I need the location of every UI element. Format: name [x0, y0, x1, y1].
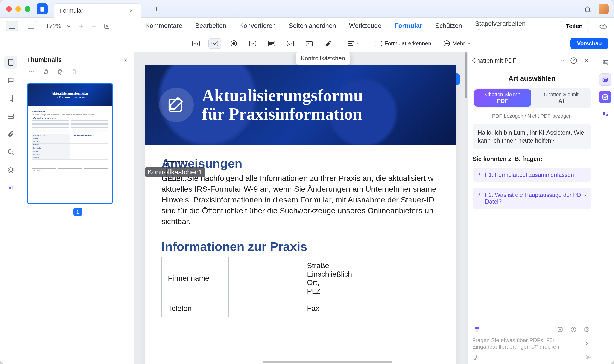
- close-tab-button[interactable]: [127, 6, 136, 15]
- vertical-scrollbar[interactable]: [464, 52, 467, 364]
- cloud-sync-button[interactable]: [598, 21, 608, 31]
- zoom-out-button[interactable]: [89, 22, 99, 31]
- rail2-settings[interactable]: [599, 56, 612, 68]
- table-cell-input[interactable]: [362, 257, 440, 300]
- edit-icon: [159, 88, 194, 122]
- rail-search[interactable]: [4, 146, 17, 158]
- horizontal-scrollbar[interactable]: [134, 360, 467, 364]
- document-tab[interactable]: Formular: [54, 3, 141, 18]
- ai-tips-button[interactable]: [472, 354, 478, 360]
- document-title: Aktualisierungsformufür Praxisinformatio…: [202, 87, 363, 123]
- rotate-left-button[interactable]: [41, 67, 50, 76]
- segment-chat-pdf[interactable]: Chatten Sie mitPDF: [474, 89, 531, 106]
- recognize-form-button[interactable]: Formular erkennen: [372, 38, 434, 49]
- rail-thumbnails[interactable]: [4, 56, 17, 69]
- rail-ai[interactable]: AI: [4, 182, 17, 195]
- document-canvas[interactable]: Kontrollkästchen Aktualisierungsformufür…: [134, 52, 467, 364]
- horizontal-scroll-thumb[interactable]: [263, 361, 392, 363]
- thumbnails-close[interactable]: [123, 57, 128, 63]
- menu-form[interactable]: Formular: [393, 21, 423, 32]
- svg-point-39: [604, 61, 605, 63]
- svg-rect-1: [41, 10, 43, 10]
- ai-send-button[interactable]: [585, 354, 592, 361]
- ai-history-button[interactable]: [569, 325, 578, 334]
- thumb-section-label: Anweisungen: [32, 110, 108, 113]
- align-tool[interactable]: [347, 38, 360, 49]
- toggle-sidebar-button[interactable]: [6, 21, 18, 31]
- preview-button[interactable]: Vorschau: [571, 38, 608, 50]
- right-rail: [596, 52, 614, 364]
- ai-mode-dropdown[interactable]: Chatten mit PDF: [472, 57, 566, 64]
- ai-close-button[interactable]: [582, 55, 592, 65]
- page-thumbnail[interactable]: Aktualisierungsformular für Praxisinform…: [27, 83, 113, 204]
- rail2-translate[interactable]: [599, 108, 612, 121]
- rail2-tasks[interactable]: [599, 91, 612, 103]
- menu-edit[interactable]: Bearbeiten: [194, 21, 227, 32]
- button-tool[interactable]: OK: [284, 38, 297, 49]
- minimize-window-button[interactable]: [15, 6, 21, 12]
- ai-suggestion[interactable]: F1. Formular.pdf zusammenfassen: [473, 168, 591, 182]
- share-button[interactable]: Teilen: [560, 20, 589, 32]
- menu-convert[interactable]: Konvertieren: [238, 21, 277, 32]
- more-tools-button[interactable]: Mehr: [440, 38, 474, 49]
- checkbox-tool[interactable]: [208, 38, 221, 49]
- menu-batch-label: Stapelverarbeiten: [475, 20, 526, 27]
- menu-tools[interactable]: Werkzeuge: [348, 21, 382, 32]
- text-field-tool[interactable]: AB: [190, 38, 203, 49]
- close-window-button[interactable]: [6, 6, 12, 12]
- thumbnails-more[interactable]: [27, 67, 36, 76]
- svg-marker-36: [585, 327, 589, 332]
- segment-chat-ai[interactable]: Chatten Sie mitAI: [533, 89, 590, 106]
- signature-field-tool[interactable]: [322, 38, 335, 49]
- rail-fields[interactable]: [4, 110, 17, 123]
- user-avatar[interactable]: [599, 4, 609, 14]
- ai-prompt-library-button[interactable]: [472, 325, 482, 334]
- delete-page-button[interactable]: [70, 67, 79, 76]
- zoom-controls: 172%: [46, 22, 111, 31]
- zoom-dropdown[interactable]: [65, 22, 73, 30]
- toggle-rightpanel-button[interactable]: [25, 21, 37, 31]
- svg-text:AB: AB: [194, 42, 198, 46]
- notifications-button[interactable]: [582, 4, 593, 14]
- ai-prompt-input[interactable]: Fragen Sie etwas über PDFs. Für Eingabea…: [472, 337, 580, 350]
- svg-rect-23: [8, 114, 14, 116]
- rotate-right-button[interactable]: [55, 67, 65, 76]
- svg-rect-4: [105, 24, 109, 28]
- menu-batch[interactable]: Stapelverarbeiten: [474, 19, 527, 34]
- tab-title: Formular: [59, 7, 83, 14]
- zoom-in-button[interactable]: [76, 22, 86, 31]
- ai-settings-button[interactable]: [582, 325, 592, 334]
- menu-protect[interactable]: Schützen: [434, 21, 463, 32]
- menu-comments[interactable]: Kommentare: [144, 21, 183, 32]
- rail-comments[interactable]: [4, 74, 17, 87]
- svg-point-42: [604, 79, 605, 80]
- rail-bookmarks[interactable]: [4, 92, 17, 105]
- maximize-window-button[interactable]: [25, 6, 30, 12]
- table-cell-input[interactable]: [229, 300, 301, 317]
- ai-help-button[interactable]: [569, 55, 579, 65]
- ai-expand-button[interactable]: [582, 339, 592, 348]
- ai-greeting: Hallo, ich bin Lumi, Ihr KI-Assistent. W…: [473, 124, 591, 149]
- svg-point-25: [8, 150, 12, 154]
- praxis-info-table: Firmenname Straße Einschließlich Ort, PL…: [162, 257, 440, 317]
- menu-arrange-pages[interactable]: Seiten anordnen: [288, 21, 337, 32]
- date-field-tool[interactable]: 31: [303, 38, 316, 49]
- ai-panel: Chatten mit PDF Art auswählen Chatten Si…: [467, 52, 596, 364]
- list-box-tool[interactable]: [265, 38, 278, 49]
- ai-suggestion-text: F2. Was ist die Hauptaussage der PDF-Dat…: [485, 192, 587, 205]
- rail-attachments[interactable]: [4, 128, 17, 141]
- ai-attach-button[interactable]: [555, 325, 565, 334]
- rail-layers[interactable]: [4, 164, 17, 176]
- radio-button-tool[interactable]: [227, 38, 240, 49]
- dropdown-tool[interactable]: [246, 38, 259, 49]
- ai-suggestion[interactable]: F2. Was ist die Hauptaussage der PDF-Dat…: [473, 188, 591, 209]
- ai-suggestion-text: F1. Formular.pdf zusammenfassen: [485, 172, 574, 178]
- sparkle-icon: [477, 173, 482, 178]
- fit-page-button[interactable]: [102, 22, 111, 31]
- rail2-ai-bot[interactable]: [599, 73, 612, 86]
- new-tab-button[interactable]: [150, 3, 162, 15]
- table-cell-input[interactable]: [362, 300, 440, 317]
- table-cell-input[interactable]: [229, 257, 301, 300]
- vertical-scroll-thumb[interactable]: [464, 52, 467, 98]
- svg-point-19: [445, 43, 446, 44]
